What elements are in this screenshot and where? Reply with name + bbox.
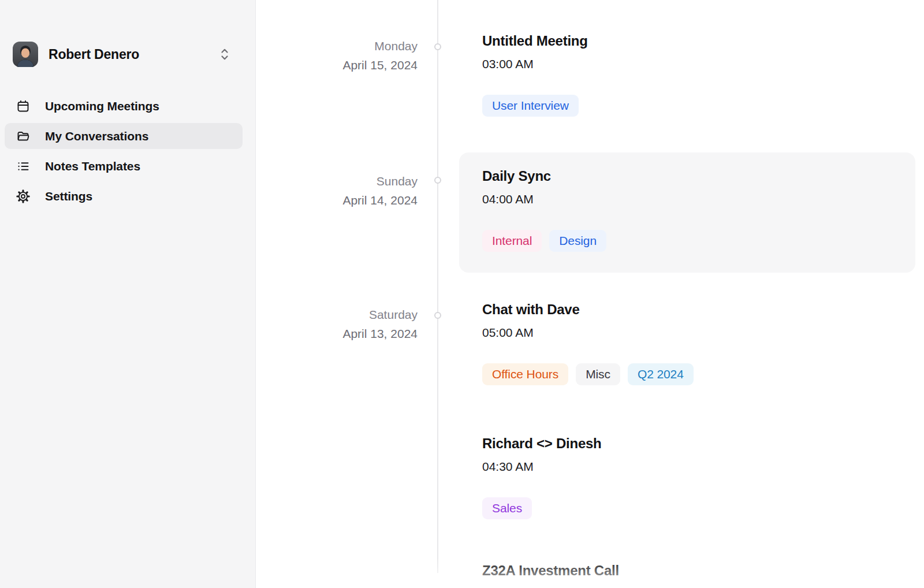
chevron-up-down-icon[interactable]	[219, 47, 230, 62]
date-day: Saturday	[256, 305, 418, 324]
date-day: Monday	[256, 36, 418, 55]
meeting-time: 03:00 AM	[482, 55, 892, 73]
tag-user-interview[interactable]: User Interview	[482, 95, 579, 117]
tag-row: Sales	[482, 497, 892, 519]
timeline-dot	[434, 312, 441, 319]
meeting-card-z32a-investment-call[interactable]: Z32A Investment Call	[459, 547, 915, 588]
meeting-card-daily-sync[interactable]: Daily Sync 04:00 AM Internal Design	[459, 152, 915, 273]
sidebar-item-settings[interactable]: Settings	[5, 183, 243, 209]
date-label: Sunday April 14, 2024	[256, 152, 418, 210]
tag-misc[interactable]: Misc	[576, 363, 620, 385]
tag-design[interactable]: Design	[549, 230, 606, 252]
folder-icon	[16, 129, 30, 143]
tag-q2-2024[interactable]: Q2 2024	[628, 363, 694, 385]
sidebar-item-label: Notes Templates	[45, 159, 140, 173]
gear-icon	[16, 189, 30, 203]
meeting-title: Richard <> Dinesh	[482, 434, 892, 453]
date-day: Sunday	[256, 172, 418, 191]
timeline-dot	[434, 177, 441, 184]
date-full: April 15, 2024	[256, 55, 418, 75]
meeting-title: Chat with Dave	[482, 300, 892, 319]
tag-row: User Interview	[482, 95, 892, 117]
meeting-time: 04:00 AM	[482, 191, 892, 208]
meeting-card-untitled-meeting[interactable]: Untitled Meeting 03:00 AM User Interview	[459, 17, 915, 137]
sidebar-item-notes-templates[interactable]: Notes Templates	[5, 153, 243, 179]
tag-office-hours[interactable]: Office Hours	[482, 363, 568, 385]
timeline-dot	[434, 43, 441, 50]
sidebar-nav: Upcoming Meetings My Conversations	[5, 93, 243, 213]
meeting-time: 04:30 AM	[482, 458, 892, 475]
meeting-card-richard-dinesh[interactable]: Richard <> Dinesh 04:30 AM Sales	[459, 420, 915, 540]
timeline-row: Saturday April 13, 2024 Chat with Dave 0…	[256, 286, 924, 406]
timeline-row: Sunday April 14, 2024 Daily Sync 04:00 A…	[256, 152, 924, 273]
tag-internal[interactable]: Internal	[482, 230, 542, 252]
meeting-card-chat-with-dave[interactable]: Chat with Dave 05:00 AM Office Hours Mis…	[459, 286, 915, 406]
app-window: Robert Denero Upcoming Meet	[0, 0, 924, 588]
sidebar: Robert Denero Upcoming Meet	[0, 0, 256, 588]
tag-sales[interactable]: Sales	[482, 497, 532, 519]
date-label: Monday April 15, 2024	[256, 17, 418, 75]
date-full: April 13, 2024	[256, 324, 418, 343]
date-label	[256, 547, 418, 566]
timeline-row: Richard <> Dinesh 04:30 AM Sales	[256, 420, 924, 540]
account-name: Robert Denero	[49, 47, 219, 62]
sidebar-item-my-conversations[interactable]: My Conversations	[5, 123, 243, 149]
sidebar-item-upcoming-meetings[interactable]: Upcoming Meetings	[5, 93, 243, 119]
timeline-row: Z32A Investment Call	[256, 547, 924, 588]
sidebar-item-label: Upcoming Meetings	[45, 99, 159, 113]
meeting-title: Z32A Investment Call	[482, 561, 892, 580]
date-full: April 14, 2024	[256, 191, 418, 210]
calendar-icon	[16, 99, 30, 113]
tag-row: Office Hours Misc Q2 2024	[482, 363, 892, 385]
sidebar-item-label: Settings	[45, 189, 92, 203]
sidebar-item-label: My Conversations	[45, 129, 148, 143]
account-switcher[interactable]: Robert Denero	[0, 39, 256, 69]
date-label	[256, 420, 418, 439]
meeting-title: Daily Sync	[482, 166, 892, 185]
timeline-row: Monday April 15, 2024 Untitled Meeting 0…	[256, 17, 924, 137]
avatar	[13, 42, 38, 67]
tag-row: Internal Design	[482, 230, 892, 252]
date-label: Saturday April 13, 2024	[256, 286, 418, 343]
conversations-timeline: Monday April 15, 2024 Untitled Meeting 0…	[256, 0, 924, 588]
meeting-time: 05:00 AM	[482, 324, 892, 341]
meeting-title: Untitled Meeting	[482, 31, 892, 50]
list-icon	[16, 159, 30, 173]
